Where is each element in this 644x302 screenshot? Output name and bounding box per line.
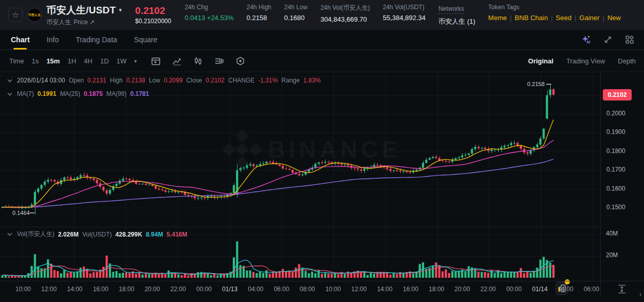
price-axis-label: 0.1500 xyxy=(606,204,625,211)
stat-24h-vol-base: 24h Vol(币安人生)304,843,669.70 xyxy=(320,4,370,23)
time-axis-label: 06:00 xyxy=(274,286,289,293)
ai-sparkle-icon[interactable]: AI xyxy=(581,35,591,45)
pair-name[interactable]: 币安人生/USDT xyxy=(46,4,116,17)
candlestick-icon[interactable] xyxy=(193,56,204,66)
time-axis-label: 18:00 xyxy=(119,286,134,293)
vol-quote-value: 428.299K xyxy=(115,231,142,238)
tag-separator: | xyxy=(574,14,576,22)
view-switch: OriginalTrading ViewDepth xyxy=(528,57,636,65)
pair-dropdown-caret-icon[interactable]: ▾ xyxy=(119,7,122,13)
time-axis-label: 00:00 xyxy=(196,286,212,293)
tag-separator: | xyxy=(551,14,552,22)
last-price-usd: $0.21020000 xyxy=(135,18,171,25)
time-axis-divider xyxy=(600,281,601,296)
time-axis-label: 08:00 xyxy=(300,286,315,293)
time-axis-label: 16:00 xyxy=(93,286,108,293)
time-axis-label: 06:00 xyxy=(584,286,599,293)
time-axis-label: 04:00 xyxy=(248,286,263,293)
ma99-label: MA(99) xyxy=(106,90,126,97)
price-axis-label: 0.1800 xyxy=(606,147,625,155)
chart-settings-gear-icon[interactable] xyxy=(235,56,246,66)
collapse-chevron-icon[interactable] xyxy=(7,79,12,82)
time-axis-label: 18:00 xyxy=(429,286,444,293)
stat-24h-vol-quote: 24h Vol(USDT)55,384,892.34 xyxy=(383,4,426,22)
range-label: Range xyxy=(281,77,299,84)
price-axis-label: 0.1600 xyxy=(606,185,625,192)
token-tag-seed[interactable]: Seed xyxy=(556,14,571,22)
view-trading-view[interactable]: Trading View xyxy=(566,57,605,65)
time-axis-label: 20:00 xyxy=(145,286,160,293)
price-axis-label: 0.2000 xyxy=(606,110,625,117)
high-value: 0.2138 xyxy=(126,77,145,84)
expand-icon[interactable] xyxy=(603,35,613,45)
view-original[interactable]: Original xyxy=(528,57,553,65)
low-value: 0.2099 xyxy=(164,77,183,84)
tab-info[interactable]: Info xyxy=(47,30,59,49)
time-axis-label: 04:00 xyxy=(558,286,573,293)
token-tag-bnb-chain[interactable]: BNB Chain xyxy=(515,14,548,22)
vol-ma-fast-value: 8.94M xyxy=(146,231,163,238)
stat-networks[interactable]: Networks币安人生 (1) xyxy=(438,4,476,26)
change-label: CHANGE xyxy=(228,77,255,84)
resize-corner-icon[interactable] xyxy=(636,290,641,295)
volume-axis-label: 40M xyxy=(606,230,618,237)
open-value: 0.2131 xyxy=(88,77,107,84)
time-axis-label: 12:00 xyxy=(41,286,57,293)
tab-chart[interactable]: Chart xyxy=(11,30,30,49)
token-tag-meme[interactable]: Meme xyxy=(488,14,507,22)
tag-separator: | xyxy=(603,14,604,22)
last-price-block: 0.2102 $0.21020000 xyxy=(135,5,171,25)
high-label: High xyxy=(110,77,123,84)
price-axis-label: 0.1700 xyxy=(606,166,625,173)
volume-axis-label: 20M xyxy=(606,251,618,259)
close-value: 0.2102 xyxy=(206,77,225,84)
time-axis-label: 22:00 xyxy=(171,286,186,293)
collapse-chevron-icon[interactable] xyxy=(7,92,12,96)
interval-15m[interactable]: 15m xyxy=(46,57,60,65)
range-value: 1.83% xyxy=(303,77,321,84)
time-axis-label: 00:00 xyxy=(506,286,522,293)
indicators-icon[interactable] xyxy=(214,56,225,66)
coin-logo-text: 币安人生 xyxy=(28,13,41,18)
last-price-badge: 0.2102 xyxy=(603,89,632,100)
vol-base-label: Vol(币安人生) xyxy=(17,230,55,239)
interval-dropdown-caret-icon[interactable]: ▾ xyxy=(134,58,137,64)
layout-grid-icon[interactable] xyxy=(624,35,635,45)
tab-trading-data[interactable]: Trading Data xyxy=(76,30,117,49)
favorite-star-button[interactable]: ☆ xyxy=(8,8,23,22)
view-depth[interactable]: Depth xyxy=(618,57,636,65)
time-label: Time xyxy=(9,57,24,65)
svg-text:AI: AI xyxy=(587,40,590,44)
time-axis-label: 22:00 xyxy=(481,286,496,293)
ma-legend: MA(7)0.1991 MA(25)0.1875 MA(99)0.1781 xyxy=(7,90,149,97)
volume-legend: Vol(币安人生)2.026M Vol(USDT)428.299K 8.94M … xyxy=(7,230,188,239)
interval-1d[interactable]: 1D xyxy=(100,57,109,65)
jump-to-date-icon[interactable] xyxy=(151,56,161,66)
price-link[interactable]: Price ↗ xyxy=(74,19,95,26)
page-tabs: ChartInfoTrading DataSquare AI xyxy=(0,30,644,50)
time-axis-label: 16:00 xyxy=(403,286,418,293)
low-label: Low xyxy=(149,77,160,84)
line-chart-icon[interactable] xyxy=(172,56,182,66)
interval-1h[interactable]: 1H xyxy=(67,57,76,65)
autoscale-icon[interactable] xyxy=(617,284,627,294)
chart-area: 2026/01/14 03:00 Open0.2131 High0.2138 L… xyxy=(0,72,644,296)
time-axis[interactable]: 10:0012:0014:0016:0018:0020:0022:0000:00… xyxy=(0,281,644,296)
token-tags: Token TagsMeme|BNB Chain|Seed|Gainer|New xyxy=(488,4,621,22)
price-axis-label: 0.1900 xyxy=(606,128,625,136)
tab-square[interactable]: Square xyxy=(134,30,157,49)
ma7-value: 0.1991 xyxy=(38,90,57,97)
interval-4h[interactable]: 4H xyxy=(84,57,93,65)
tabs-list: ChartInfoTrading DataSquare xyxy=(11,30,158,49)
time-axis-label: 01/14 xyxy=(532,286,548,293)
token-tag-gainer[interactable]: Gainer xyxy=(580,14,600,22)
change-value: -1.31% xyxy=(258,77,278,84)
price-axis[interactable]: 0.2102 0.20000.19000.18000.17000.16000.1… xyxy=(600,72,644,281)
interval-1s[interactable]: 1s xyxy=(31,57,39,65)
ma7-label: MA(7) xyxy=(17,90,34,97)
collapse-chevron-icon[interactable] xyxy=(7,232,12,236)
ma25-value: 0.1875 xyxy=(84,90,103,97)
ma25-label: MA(25) xyxy=(60,90,80,97)
token-tag-new[interactable]: New xyxy=(607,14,621,22)
interval-1w[interactable]: 1W xyxy=(116,57,127,65)
